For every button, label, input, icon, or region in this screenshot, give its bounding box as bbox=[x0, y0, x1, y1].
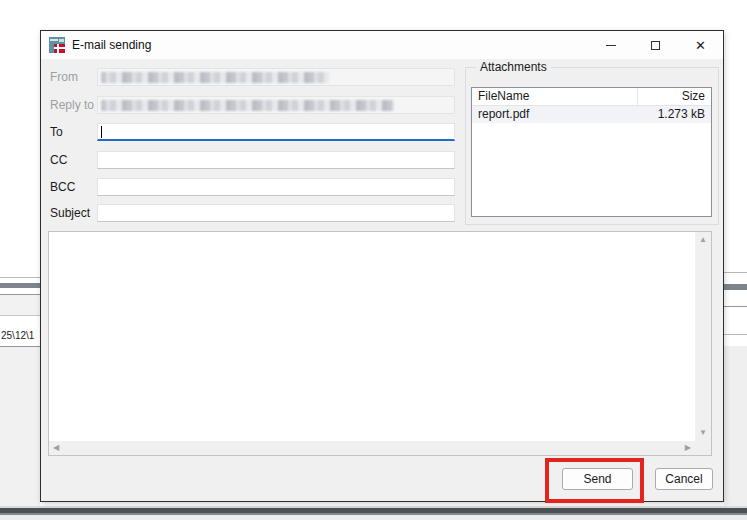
scroll-left-icon[interactable]: ◀ bbox=[53, 444, 59, 452]
column-header-size[interactable]: Size bbox=[682, 88, 705, 105]
attachments-groupbox: Attachments FileName Size report.pdf 1.2… bbox=[465, 67, 719, 225]
maximize-icon bbox=[651, 41, 660, 50]
window-controls: ✕ bbox=[588, 31, 723, 59]
title-bar[interactable]: E-mail sending ✕ bbox=[41, 31, 723, 59]
app-icon bbox=[49, 37, 65, 53]
bcc-label: BCC bbox=[50, 178, 96, 196]
maximize-button[interactable] bbox=[633, 31, 678, 59]
bg-grid-line bbox=[0, 315, 40, 316]
background-app-left-strip: 25\12\1 bbox=[0, 0, 40, 520]
redacted-from-address bbox=[101, 72, 329, 83]
subject-label: Subject bbox=[50, 204, 96, 222]
column-divider[interactable] bbox=[637, 88, 638, 105]
column-header-filename[interactable]: FileName bbox=[478, 88, 529, 105]
attachment-row[interactable]: report.pdf 1.273 kB bbox=[472, 106, 711, 123]
from-field[interactable] bbox=[97, 68, 455, 86]
bg-grid-line bbox=[724, 306, 747, 307]
to-field[interactable] bbox=[97, 123, 455, 141]
screen: { "window": { "title": "E-mail sending" … bbox=[0, 0, 747, 520]
attachments-title: Attachments bbox=[476, 60, 551, 74]
text-caret bbox=[101, 126, 102, 138]
cc-field[interactable] bbox=[97, 151, 455, 169]
bg-grid-line bbox=[0, 277, 40, 278]
bg-bottom-fill bbox=[0, 515, 747, 520]
window-title: E-mail sending bbox=[72, 38, 151, 52]
minimize-button[interactable] bbox=[588, 31, 633, 59]
attachment-filename: report.pdf bbox=[478, 106, 529, 123]
minimize-icon bbox=[606, 45, 616, 46]
subject-field[interactable] bbox=[97, 204, 455, 222]
redacted-reply-to-address bbox=[101, 100, 394, 111]
bg-grid-band bbox=[0, 295, 40, 315]
attachments-table: FileName Size report.pdf 1.273 kB bbox=[471, 87, 712, 217]
attachment-size: 1.273 kB bbox=[658, 106, 705, 123]
message-body-container: ▲ ▼ ◀ ▶ bbox=[48, 231, 712, 456]
attachments-header-row: FileName Size bbox=[472, 88, 711, 106]
bg-fill bbox=[724, 346, 747, 520]
scrollbar-corner bbox=[695, 441, 711, 455]
bcc-field[interactable] bbox=[97, 178, 455, 196]
bg-grid-line-thick bbox=[0, 283, 40, 288]
bg-fill bbox=[0, 347, 40, 520]
cancel-button[interactable]: Cancel bbox=[655, 468, 713, 490]
bg-grid-line bbox=[724, 334, 747, 335]
scroll-down-icon[interactable]: ▼ bbox=[699, 429, 707, 437]
background-app-right-strip bbox=[724, 0, 747, 520]
message-body-editor[interactable] bbox=[49, 232, 695, 441]
cc-label: CC bbox=[50, 151, 96, 169]
background-clipped-text: 25\12\1 bbox=[1, 330, 34, 341]
scroll-up-icon[interactable]: ▲ bbox=[699, 236, 707, 244]
horizontal-scrollbar[interactable]: ◀ ▶ bbox=[49, 441, 695, 455]
vertical-scrollbar[interactable]: ▲ ▼ bbox=[695, 232, 711, 441]
email-sending-dialog: E-mail sending ✕ From Reply to To CC BCC… bbox=[40, 30, 724, 502]
bg-grid-line-thick bbox=[724, 284, 747, 290]
reply-to-label: Reply to bbox=[50, 96, 96, 114]
red-highlight-annotation bbox=[545, 458, 644, 503]
to-label: To bbox=[50, 123, 96, 141]
close-button[interactable]: ✕ bbox=[678, 31, 723, 59]
reply-to-field[interactable] bbox=[97, 96, 455, 114]
close-icon: ✕ bbox=[695, 39, 706, 52]
bg-grid-line bbox=[724, 272, 747, 273]
scroll-right-icon[interactable]: ▶ bbox=[685, 444, 691, 452]
from-label: From bbox=[50, 68, 96, 86]
